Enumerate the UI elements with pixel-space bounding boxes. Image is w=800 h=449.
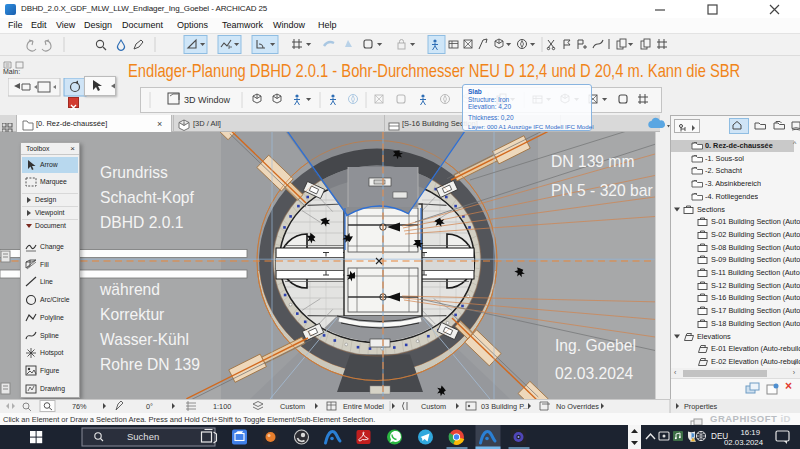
- svg-text:!: !: [692, 438, 693, 442]
- svg-text:Suchen: Suchen: [127, 431, 159, 442]
- svg-text:Entire Model: Entire Model: [343, 402, 384, 411]
- svg-text:03 Building P...: 03 Building P...: [481, 402, 529, 411]
- svg-text:1:100: 1:100: [213, 402, 231, 411]
- svg-text:Properties: Properties: [684, 402, 718, 411]
- svg-text:0°: 0°: [146, 402, 153, 411]
- svg-text:Custom: Custom: [280, 402, 305, 411]
- svg-text:02.03.2024: 02.03.2024: [724, 438, 764, 447]
- svg-text:No Overrides: No Overrides: [556, 402, 599, 411]
- svg-text:3D Window: 3D Window: [184, 95, 231, 105]
- svg-text:Custom: Custom: [421, 402, 446, 411]
- svg-text:76%: 76%: [72, 402, 87, 411]
- svg-text:16:19: 16:19: [740, 428, 760, 437]
